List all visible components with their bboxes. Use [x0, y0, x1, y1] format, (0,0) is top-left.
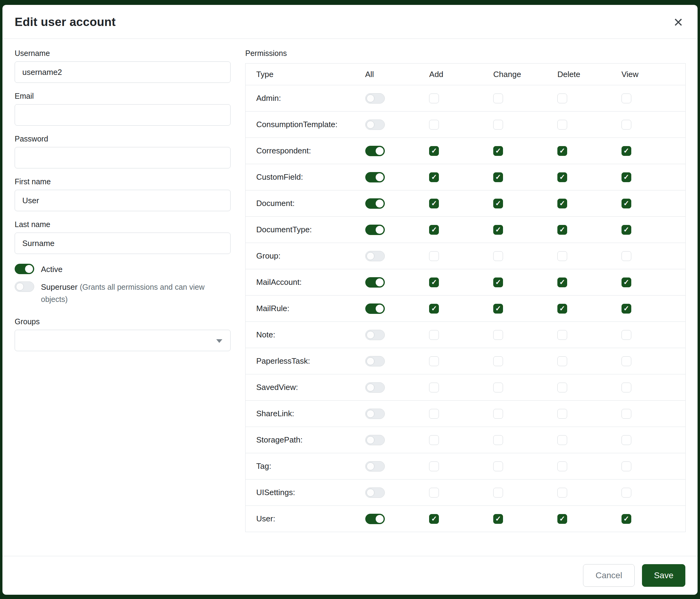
permission-all-toggle[interactable]	[365, 409, 385, 419]
first-name-field[interactable]	[15, 190, 231, 211]
permission-change-checkbox[interactable]	[493, 120, 503, 129]
permission-add-checkbox[interactable]: ✓	[429, 172, 439, 182]
permission-all-toggle[interactable]	[365, 146, 385, 156]
permission-view-checkbox[interactable]: ✓	[622, 225, 631, 235]
permission-all-toggle[interactable]	[365, 356, 385, 366]
groups-select[interactable]	[15, 330, 231, 351]
permission-delete-checkbox[interactable]	[557, 120, 567, 129]
permission-view-checkbox[interactable]: ✓	[622, 304, 631, 314]
permission-change-checkbox[interactable]: ✓	[493, 514, 503, 524]
superuser-toggle[interactable]	[15, 282, 34, 292]
permission-view-checkbox[interactable]: ✓	[622, 278, 631, 287]
permission-add-checkbox[interactable]: ✓	[429, 199, 439, 209]
permission-view-checkbox[interactable]: ✓	[622, 146, 631, 156]
permission-all-toggle[interactable]	[365, 487, 385, 498]
permission-all-toggle[interactable]	[365, 435, 385, 445]
permission-all-toggle[interactable]	[365, 382, 385, 393]
permission-view-checkbox[interactable]	[622, 251, 631, 261]
permission-delete-checkbox[interactable]: ✓	[557, 304, 567, 314]
permission-delete-checkbox[interactable]	[557, 488, 567, 498]
permission-delete-checkbox[interactable]	[557, 356, 567, 366]
username-field[interactable]	[15, 62, 231, 83]
permission-delete-checkbox[interactable]: ✓	[557, 278, 567, 287]
password-field[interactable]	[15, 147, 231, 168]
permission-change-checkbox[interactable]: ✓	[493, 304, 503, 314]
permission-add-checkbox[interactable]	[429, 409, 439, 419]
permission-all-toggle[interactable]	[365, 514, 385, 524]
cancel-button[interactable]: Cancel	[583, 564, 635, 587]
permission-all-toggle[interactable]	[365, 251, 385, 261]
permission-view-checkbox[interactable]	[622, 461, 631, 471]
permission-add-checkbox[interactable]	[429, 94, 439, 103]
permission-add-checkbox[interactable]	[429, 488, 439, 498]
permission-change-checkbox[interactable]: ✓	[493, 278, 503, 287]
permission-change-checkbox[interactable]: ✓	[493, 225, 503, 235]
permission-add-checkbox[interactable]	[429, 461, 439, 471]
permission-all-toggle[interactable]	[365, 277, 385, 288]
permission-view-checkbox[interactable]	[622, 330, 631, 340]
permission-view-checkbox[interactable]	[622, 435, 631, 445]
permission-add-checkbox[interactable]: ✓	[429, 278, 439, 287]
permission-all-toggle[interactable]	[365, 461, 385, 472]
email-field[interactable]	[15, 104, 231, 126]
permission-view-checkbox[interactable]	[622, 94, 631, 103]
permission-add-checkbox[interactable]: ✓	[429, 225, 439, 235]
permission-view-checkbox[interactable]: ✓	[622, 514, 631, 524]
permission-change-checkbox[interactable]: ✓	[493, 199, 503, 209]
permissions-label: Permissions	[245, 48, 686, 58]
permission-change-checkbox[interactable]	[493, 94, 503, 103]
permission-add-checkbox[interactable]: ✓	[429, 514, 439, 524]
permission-delete-checkbox[interactable]: ✓	[557, 514, 567, 524]
active-toggle[interactable]	[15, 264, 34, 274]
permission-add-checkbox[interactable]	[429, 435, 439, 445]
permission-all-toggle[interactable]	[365, 93, 385, 103]
permission-change-checkbox[interactable]	[493, 251, 503, 261]
permission-delete-checkbox[interactable]	[557, 461, 567, 471]
permission-change-checkbox[interactable]	[493, 461, 503, 471]
permission-delete-checkbox[interactable]	[557, 94, 567, 103]
permission-delete-checkbox[interactable]: ✓	[557, 225, 567, 235]
permission-change-checkbox[interactable]	[493, 356, 503, 366]
permission-change-checkbox[interactable]	[493, 435, 503, 445]
permission-change-checkbox[interactable]	[493, 488, 503, 498]
save-button[interactable]: Save	[642, 564, 685, 587]
permission-all-toggle[interactable]	[365, 330, 385, 340]
permission-delete-checkbox[interactable]	[557, 383, 567, 392]
permission-delete-checkbox[interactable]: ✓	[557, 172, 567, 182]
permission-change-checkbox[interactable]	[493, 330, 503, 340]
permission-add-checkbox[interactable]	[429, 330, 439, 340]
permission-delete-checkbox[interactable]	[557, 251, 567, 261]
permission-all-toggle[interactable]	[365, 198, 385, 209]
permission-delete-checkbox[interactable]	[557, 330, 567, 340]
permission-add-checkbox[interactable]	[429, 120, 439, 129]
permission-view-checkbox[interactable]	[622, 356, 631, 366]
permission-change-checkbox[interactable]	[493, 383, 503, 392]
permission-view-checkbox[interactable]	[622, 383, 631, 392]
permission-delete-checkbox[interactable]	[557, 435, 567, 445]
permission-add-checkbox[interactable]	[429, 356, 439, 366]
permission-delete-checkbox[interactable]: ✓	[557, 199, 567, 209]
close-icon[interactable]: ×	[673, 14, 684, 30]
permission-all-toggle[interactable]	[365, 172, 385, 183]
permission-change-checkbox[interactable]: ✓	[493, 172, 503, 182]
permission-add-checkbox[interactable]: ✓	[429, 304, 439, 314]
permission-view-checkbox[interactable]	[622, 488, 631, 498]
permission-view-checkbox[interactable]	[622, 409, 631, 419]
permission-view-checkbox[interactable]	[622, 120, 631, 129]
permission-delete-checkbox[interactable]: ✓	[557, 146, 567, 156]
last-name-field[interactable]	[15, 233, 231, 254]
permission-add-checkbox[interactable]: ✓	[429, 146, 439, 156]
permission-add-checkbox[interactable]	[429, 251, 439, 261]
permission-change-checkbox[interactable]	[493, 409, 503, 419]
permission-all-toggle[interactable]	[365, 304, 385, 314]
permission-all-toggle[interactable]	[365, 119, 385, 130]
permission-delete-checkbox[interactable]	[557, 409, 567, 419]
permission-view-checkbox[interactable]: ✓	[622, 172, 631, 182]
permission-row: SavedView:	[246, 375, 686, 401]
column-header-view: View	[622, 64, 686, 85]
permission-all-toggle[interactable]	[365, 224, 385, 235]
permission-change-checkbox[interactable]: ✓	[493, 146, 503, 156]
modal-footer: Cancel Save	[2, 556, 698, 595]
permission-add-checkbox[interactable]	[429, 383, 439, 392]
permission-view-checkbox[interactable]: ✓	[622, 199, 631, 209]
